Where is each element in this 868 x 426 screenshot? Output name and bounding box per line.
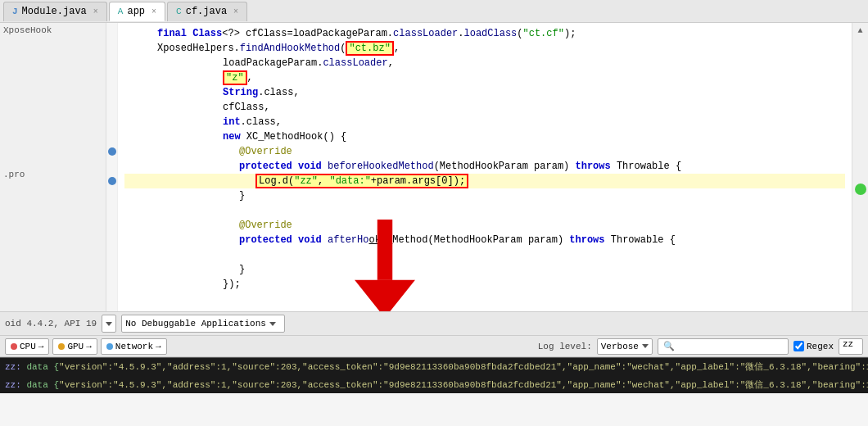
code-line-14: @Override bbox=[124, 218, 845, 233]
gpu-arrow: → bbox=[86, 342, 92, 351]
left-sidebar: XposeHook .pro bbox=[0, 23, 106, 311]
code-line-9: @Override bbox=[124, 144, 845, 159]
code-line-3: loadPackageParam.classLoader, bbox=[124, 56, 845, 70]
network-arrow: → bbox=[156, 342, 161, 351]
log-level-value: Verbose bbox=[601, 342, 639, 351]
log-controls: Log level: Verbose 🔍 Regex zz bbox=[538, 338, 863, 355]
tab-bar: J Module.java × A app × C cf.java × bbox=[0, 0, 868, 23]
bp-empty7 bbox=[106, 115, 118, 129]
filter-value: zz bbox=[843, 339, 853, 349]
device-dropdown[interactable] bbox=[102, 315, 116, 333]
code-line-5: String.class, bbox=[124, 85, 845, 100]
log-tag-2: zz: bbox=[5, 380, 21, 390]
log-output: zz: data {"version":"4.5.9.3","address":… bbox=[0, 357, 868, 393]
code-line-16 bbox=[124, 247, 845, 262]
code-line-12: } bbox=[124, 188, 845, 203]
bp-empty bbox=[106, 26, 118, 41]
gpu-label: GPU bbox=[67, 342, 84, 351]
search-box[interactable]: 🔍 bbox=[658, 338, 789, 355]
sidebar-empty bbox=[2, 36, 104, 38]
scroll-up[interactable]: ▲ bbox=[856, 26, 866, 36]
bp-empty3 bbox=[106, 56, 118, 70]
green-indicator bbox=[855, 184, 866, 195]
tab-app-close[interactable]: × bbox=[151, 7, 156, 16]
code-line-4: "z", bbox=[124, 70, 845, 85]
log-level-select[interactable]: Verbose bbox=[597, 338, 653, 355]
app-icon: A bbox=[118, 7, 124, 16]
bp-empty4 bbox=[106, 70, 118, 85]
code-line-15: protected void afterHookedMethod(MethodH… bbox=[124, 233, 845, 247]
network-label: Network bbox=[115, 342, 153, 351]
net-dot bbox=[106, 343, 113, 350]
tab-cf-close[interactable]: × bbox=[233, 7, 238, 16]
bp-marker-2[interactable] bbox=[106, 174, 118, 188]
search-icon: 🔍 bbox=[663, 341, 675, 351]
cpu-label: CPU bbox=[20, 342, 36, 351]
code-line-8: new XC_MethodHook() { bbox=[124, 129, 845, 144]
tab-cf[interactable]: C cf.java × bbox=[167, 2, 247, 21]
code-line-13 bbox=[124, 203, 845, 218]
code-content: final Class<?> cfClass=loadPackageParam.… bbox=[118, 23, 852, 311]
bp-empty5 bbox=[106, 85, 118, 100]
tab-app-label: app bbox=[127, 6, 145, 17]
bp-empty8 bbox=[106, 129, 118, 144]
code-line-18: }); bbox=[124, 277, 845, 292]
line-numbers bbox=[106, 23, 118, 311]
log-line-1: zz: data {"version":"4.5.9.3","address":… bbox=[0, 358, 868, 376]
app-dropdown[interactable]: No Debuggable Applications bbox=[121, 315, 285, 333]
tab-module[interactable]: J Module.java × bbox=[3, 2, 107, 21]
filter-input[interactable]: zz bbox=[839, 338, 863, 355]
code-line-17: } bbox=[124, 262, 845, 277]
app-dropdown-label: No Debuggable Applications bbox=[125, 319, 266, 329]
code-line-7: int.class, bbox=[124, 115, 845, 129]
tab-module-close[interactable]: × bbox=[93, 7, 98, 16]
cpu-dot bbox=[11, 343, 17, 350]
device-dropdown-arrow bbox=[106, 322, 112, 326]
log-text-1: data {"version":"4.5.9.3","address":1,"s… bbox=[26, 362, 868, 372]
gpu-dot bbox=[58, 343, 65, 350]
code-line-10: protected void beforeHookedMethod(Method… bbox=[124, 159, 845, 174]
bp-empty9 bbox=[106, 159, 118, 174]
code-line-1: final Class<?> cfClass=loadPackageParam.… bbox=[124, 26, 845, 41]
gpu-btn[interactable]: GPU → bbox=[52, 338, 97, 355]
bp-empty2 bbox=[106, 41, 118, 56]
module-icon: J bbox=[12, 7, 18, 16]
tab-app[interactable]: A app × bbox=[109, 2, 165, 21]
regex-checkbox[interactable] bbox=[793, 341, 804, 351]
log-level-label: Log level: bbox=[538, 342, 592, 351]
device-label: oid 4.4.2, API 19 bbox=[5, 319, 97, 329]
code-line-2: XposedHelpers.findAndHookMethod("ct.bz", bbox=[124, 41, 845, 56]
sidebar-xposehook: XposeHook bbox=[2, 25, 104, 36]
log-level-arrow bbox=[642, 344, 649, 348]
network-btn[interactable]: Network → bbox=[101, 338, 167, 355]
cpu-arrow: → bbox=[38, 342, 44, 351]
regex-label: Regex bbox=[807, 342, 834, 351]
code-line-6: cfClass, bbox=[124, 100, 845, 115]
log-tag-1: zz: bbox=[5, 362, 21, 372]
cpu-btn[interactable]: CPU → bbox=[5, 338, 49, 355]
bp-marker-1[interactable] bbox=[106, 144, 118, 159]
monitor-buttons: CPU → GPU → Network → bbox=[5, 338, 167, 355]
tab-cf-label: cf.java bbox=[186, 6, 227, 17]
code-line-11: Log.d("zz", "data:"+param.args[0]); bbox=[124, 174, 845, 188]
bp-empty6 bbox=[106, 100, 118, 115]
sidebar-pro: .pro bbox=[2, 169, 104, 180]
regex-check[interactable]: Regex bbox=[793, 341, 834, 351]
device-toolbar: oid 4.4.2, API 19 No Debuggable Applicat… bbox=[0, 311, 868, 336]
tab-module-label: Module.java bbox=[22, 6, 87, 17]
log-toolbar: CPU → GPU → Network → Log level: Verbose… bbox=[0, 336, 868, 357]
log-line-2: zz: data {"version":"4.5.9.3","address":… bbox=[0, 376, 868, 393]
right-panel: ▲ bbox=[852, 23, 868, 311]
log-text-2: data {"version":"4.5.9.3","address":1,"s… bbox=[26, 380, 868, 390]
cf-icon: C bbox=[176, 7, 182, 16]
app-dropdown-arrow bbox=[269, 322, 276, 326]
code-wrapper: XposeHook .pro final Class<?> cfClass=lo… bbox=[0, 23, 868, 311]
